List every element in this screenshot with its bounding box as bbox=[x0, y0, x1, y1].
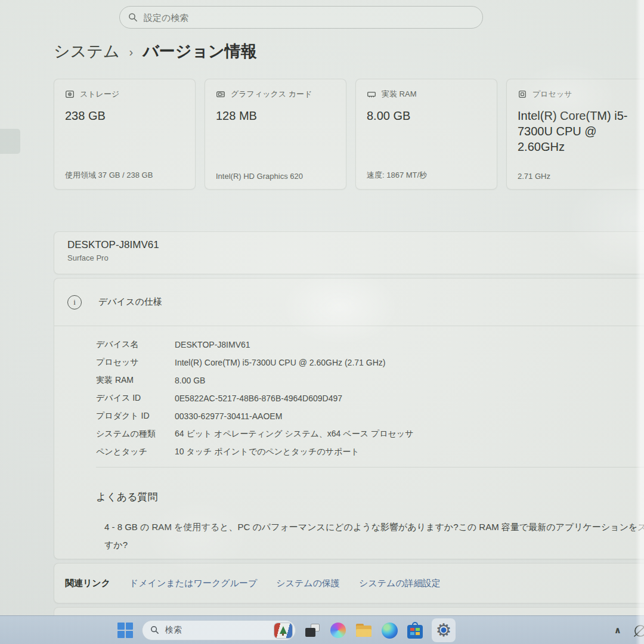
device-specs-header[interactable]: i デバイスの仕様 bbox=[54, 278, 644, 326]
microsoft-store-icon bbox=[407, 625, 423, 639]
related-links-label: 関連リンク bbox=[65, 578, 110, 589]
graphics-card[interactable]: グラフィックス カード 128 MB Intel(R) HD Graphics … bbox=[205, 79, 346, 190]
system-tray: ∧ bbox=[614, 616, 644, 644]
spec-label: デバイス ID bbox=[96, 393, 175, 404]
settings-window: システム › バージョン情報 ストレージ 238 GB 使用領域 37 GB /… bbox=[0, 0, 644, 615]
task-view-button[interactable] bbox=[304, 621, 321, 639]
spec-label: ペンとタッチ bbox=[96, 447, 175, 457]
hidden-icons-chevron-up-icon[interactable]: ∧ bbox=[614, 625, 621, 636]
edge-icon bbox=[382, 623, 398, 639]
ram-icon bbox=[367, 89, 376, 99]
no-internet-icon[interactable] bbox=[632, 622, 644, 639]
link-domain-workgroup[interactable]: ドメインまたはワークグループ bbox=[129, 578, 257, 589]
spec-label: プロダクト ID bbox=[96, 411, 175, 422]
faq-title: よくある質問 bbox=[96, 490, 644, 504]
card-caption: 2.71 GHz bbox=[518, 172, 550, 181]
card-value: 8.00 GB bbox=[367, 108, 485, 123]
spec-row-device-id: デバイス ID 0E5822AC-5217-48B6-876B-4964D609… bbox=[96, 389, 644, 407]
device-specs-table: デバイス名 DESKTOP-J8IMV61 プロセッサ Intel(R) Cor… bbox=[54, 326, 644, 475]
file-explorer-button[interactable] bbox=[355, 621, 373, 639]
spec-value: 8.00 GB bbox=[175, 376, 205, 385]
spec-row-ram: 実装 RAM 8.00 GB bbox=[96, 371, 644, 389]
storage-icon bbox=[65, 89, 75, 99]
taskbar-center-group: 検索 ⚙ bbox=[116, 616, 456, 644]
card-caption: 使用領域 37 GB / 238 GB bbox=[65, 170, 153, 181]
info-icon: i bbox=[67, 295, 82, 309]
card-label: 実装 RAM bbox=[382, 89, 417, 100]
spec-value: 00330-62977-30411-AAOEM bbox=[175, 411, 282, 421]
device-name-card: DESKTOP-J8IMV61 Surface Pro bbox=[54, 231, 644, 274]
device-model: Surface Pro bbox=[67, 253, 644, 262]
card-value: 128 MB bbox=[216, 108, 334, 123]
edge-button[interactable] bbox=[380, 621, 398, 639]
processor-card[interactable]: プロセッサ Intel(R) Core(TM) i5-7300U CPU @ 2… bbox=[506, 79, 644, 190]
breadcrumb: システム › バージョン情報 bbox=[54, 41, 257, 62]
breadcrumb-system[interactable]: システム bbox=[54, 41, 120, 62]
related-links-card: 関連リンク ドメインまたはワークグループ システムの保護 システムの詳細設定 bbox=[54, 563, 644, 603]
spec-label: デバイス名 bbox=[96, 339, 175, 350]
spec-label: 実装 RAM bbox=[96, 375, 175, 386]
search-highlight-seasonal-icon[interactable] bbox=[274, 623, 292, 638]
card-caption: Intel(R) HD Graphics 620 bbox=[216, 172, 303, 181]
link-system-protection[interactable]: システムの保護 bbox=[276, 578, 340, 589]
microsoft-store-button[interactable] bbox=[406, 621, 424, 639]
card-label: ストレージ bbox=[80, 89, 119, 100]
taskbar-search-placeholder: 検索 bbox=[165, 625, 269, 636]
taskbar-search-box[interactable]: 検索 bbox=[142, 620, 296, 640]
page-title: バージョン情報 bbox=[143, 41, 257, 62]
card-caption: 速度: 1867 MT/秒 bbox=[367, 170, 427, 181]
copilot-icon bbox=[330, 623, 346, 638]
cpu-icon bbox=[518, 89, 527, 99]
copilot-button[interactable] bbox=[329, 621, 347, 639]
spec-value: 64 ビット オペレーティング システム、x64 ベース プロセッサ bbox=[175, 429, 413, 439]
breadcrumb-separator-icon: › bbox=[129, 44, 134, 59]
card-label: プロセッサ bbox=[532, 89, 572, 100]
search-icon bbox=[128, 13, 138, 22]
search-icon bbox=[150, 626, 160, 635]
gear-center-dot bbox=[441, 627, 447, 633]
spec-row-product-id: プロダクト ID 00330-62977-30411-AAOEM bbox=[96, 407, 644, 425]
task-view-icon bbox=[305, 624, 320, 637]
nav-pane-edge-highlight bbox=[0, 129, 20, 154]
file-explorer-icon bbox=[356, 624, 371, 637]
spec-label: プロセッサ bbox=[96, 357, 175, 368]
spec-value: 0E5822AC-5217-48B6-876B-4964D609D497 bbox=[175, 394, 342, 403]
start-button[interactable] bbox=[116, 621, 134, 639]
spec-row-pen-touch: ペンとタッチ 10 タッチ ポイントでのペンとタッチのサポート bbox=[96, 443, 644, 461]
spec-value: Intel(R) Core(TM) i5-7300U CPU @ 2.60GHz… bbox=[175, 358, 385, 367]
settings-button-active[interactable]: ⚙ bbox=[432, 618, 456, 642]
gpu-icon bbox=[216, 89, 225, 99]
card-label: グラフィックス カード bbox=[231, 89, 312, 100]
spec-value: 10 タッチ ポイントでのペンとタッチのサポート bbox=[175, 447, 360, 457]
faq-question-line1: 4 - 8 GB の RAM を使用すると、PC のパフォーマンスにどのような影… bbox=[104, 518, 644, 536]
settings-search-input[interactable] bbox=[144, 13, 474, 23]
summary-cards: ストレージ 238 GB 使用領域 37 GB / 238 GB グラフィックス… bbox=[54, 79, 644, 190]
faq-section: よくある質問 4 - 8 GB の RAM を使用すると、PC のパフォーマンス… bbox=[54, 475, 644, 554]
faq-question-line2: すか? bbox=[104, 536, 644, 554]
link-advanced-system-settings[interactable]: システムの詳細設定 bbox=[359, 578, 441, 589]
storage-card[interactable]: ストレージ 238 GB 使用領域 37 GB / 238 GB bbox=[54, 79, 196, 190]
taskbar: 検索 ⚙ ∧ bbox=[0, 615, 644, 644]
spec-value: DESKTOP-J8IMV61 bbox=[175, 340, 250, 349]
device-name: DESKTOP-J8IMV61 bbox=[67, 239, 644, 251]
device-specs-card: i デバイスの仕様 デバイス名 DESKTOP-J8IMV61 プロセッサ In… bbox=[54, 278, 644, 559]
windows-logo-icon bbox=[117, 623, 133, 638]
spec-row-processor: プロセッサ Intel(R) Core(TM) i5-7300U CPU @ 2… bbox=[96, 354, 644, 371]
ram-card[interactable]: 実装 RAM 8.00 GB 速度: 1867 MT/秒 bbox=[355, 79, 497, 190]
card-value: Intel(R) Core(TM) i5-7300U CPU @ 2.60GHz bbox=[518, 108, 636, 154]
card-value: 238 GB bbox=[65, 108, 183, 123]
divider bbox=[96, 467, 644, 467]
spec-row-device-name: デバイス名 DESKTOP-J8IMV61 bbox=[96, 336, 644, 354]
spec-row-system-type: システムの種類 64 ビット オペレーティング システム、x64 ベース プロセ… bbox=[96, 425, 644, 443]
settings-search-bar[interactable] bbox=[119, 6, 483, 29]
device-specs-title: デバイスの仕様 bbox=[98, 296, 162, 308]
spec-label: システムの種類 bbox=[96, 429, 175, 439]
faq-question: 4 - 8 GB の RAM を使用すると、PC のパフォーマンスにどのような影… bbox=[96, 518, 644, 554]
